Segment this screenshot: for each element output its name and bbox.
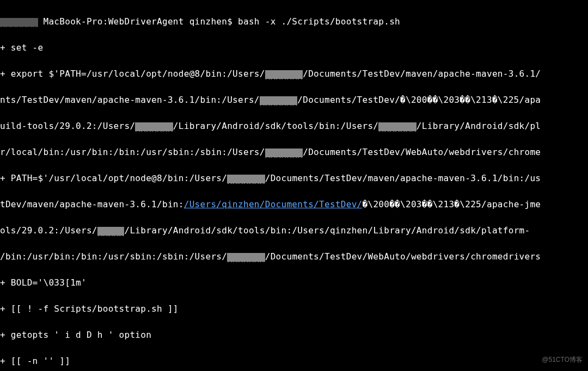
redacted-user: xxxxxxx bbox=[265, 149, 303, 157]
command-text: bash -x ./Scripts/bootstrap.sh bbox=[238, 16, 400, 27]
terminal-output[interactable]: xxxxxxx MacBook-Pro:WebDriverAgent qinzh… bbox=[0, 2, 588, 371]
path-link[interactable]: /Users/qinzhen/Documents/TestDev/ bbox=[184, 199, 363, 209]
redacted-hostname: xxxxxxx bbox=[0, 18, 38, 27]
output-line: r/local/bin:/usr/bin:/bin:/usr/sbin:/sbi… bbox=[0, 146, 588, 159]
output-line: + export $'PATH=/usr/local/opt/node@8/bi… bbox=[0, 67, 588, 81]
watermark-text: @51CTO博客 bbox=[542, 355, 583, 364]
output-line: tDev/maven/apache-maven-3.6.1/bin:/Users… bbox=[0, 198, 588, 211]
output-line: + set -e bbox=[0, 41, 588, 54]
output-line: uild-tools/29.0.2:/Users/xxxxxxx/Library… bbox=[0, 120, 588, 133]
output-line: + [[ ! -f Scripts/bootstrap.sh ]] bbox=[0, 302, 588, 316]
redacted-user: xxxxx bbox=[97, 227, 125, 236]
output-line: nts/TestDev/maven/apache-maven-3.6.1/bin… bbox=[0, 94, 588, 107]
redacted-user: xxxxxxx bbox=[135, 122, 173, 131]
output-line: + PATH=$'/usr/local/opt/node@8/bin:/User… bbox=[0, 172, 588, 185]
output-line: /bin:/usr/bin:/bin:/usr/sbin:/sbin:/User… bbox=[0, 250, 588, 263]
redacted-user: xxxxxxx bbox=[227, 253, 265, 262]
output-line: + BOLD='\033[1m' bbox=[0, 276, 588, 289]
redacted-user: xxxxxxx bbox=[227, 175, 265, 183]
output-line: + getopts ' i d D h ' option bbox=[0, 329, 588, 342]
prompt-line: xxxxxxx MacBook-Pro:WebDriverAgent qinzh… bbox=[0, 15, 588, 28]
redacted-user: xxxxxxx bbox=[260, 96, 298, 105]
redacted-user: xxxxxxx bbox=[265, 70, 303, 79]
output-line: + [[ -n '' ]] bbox=[0, 355, 588, 368]
redacted-user: xxxxxxx bbox=[378, 122, 416, 131]
output-line: ols/29.0.2:/Users/xxxxx/Library/Android/… bbox=[0, 224, 588, 237]
